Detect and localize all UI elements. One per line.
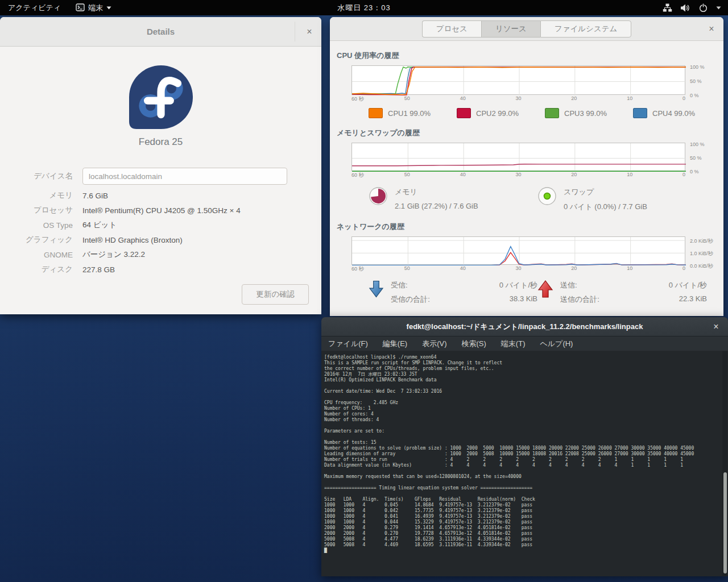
app-menu[interactable]: 端末 — [76, 3, 111, 13]
memory-label: メモリ — [0, 190, 73, 201]
gnome-row: GNOME バージョン 3.22.2 — [0, 247, 321, 262]
swap-info-label: スワップ — [564, 187, 647, 197]
legend-label: CPU2 99.0% — [476, 109, 519, 118]
network-wired-icon — [663, 3, 672, 13]
terminal-menu-item[interactable]: ヘルプ(H) — [540, 339, 573, 349]
os-type-value: 64 ビット — [82, 220, 321, 230]
terminal-scrollbar[interactable] — [722, 351, 727, 576]
app-menu-label: 端末 — [88, 3, 103, 13]
legend-swatch — [457, 108, 471, 118]
gnome-label: GNOME — [0, 251, 73, 259]
terminal-headerbar[interactable]: fedkt@localhost:~/ドキュメント/linpack_11.2.2/… — [321, 317, 728, 336]
terminal-output: [fedkt@localhost linpack]$ ./runme_xeon6… — [321, 351, 728, 554]
sysmon-body: CPU 使用率の履歴 100 %50 %0 % 60 秒50403020100 … — [330, 51, 723, 305]
network-chart-block: 2.0 KiB/秒1.0 KiB/秒0.0 KiB/秒 60 秒50403020… — [351, 236, 715, 272]
terminal-menu-item[interactable]: 編集(E) — [383, 339, 407, 349]
recv-value: 0 バイト/秒 — [458, 280, 537, 290]
scrollbar-thumb[interactable] — [723, 472, 727, 573]
x-axis-label: 60 秒 — [351, 95, 364, 103]
os-type-row: OS Type 64 ビット — [0, 218, 321, 232]
chevron-down-icon — [106, 6, 111, 10]
cpu-legend: CPU1 99.0%CPU2 99.0%CPU3 99.0%CPU4 99.0% — [369, 108, 723, 118]
processor-value: Intel® Pentium(R) CPU J4205 @ 1.50GHz × … — [82, 206, 321, 215]
y-axis-label: 1.0 KiB/秒 — [690, 250, 713, 257]
memory-chart-xlabels: 60 秒50403020100 — [351, 171, 685, 178]
network-receive-info: 受信: 0 バイト/秒 受信の合計: 38.3 KiB — [369, 279, 537, 305]
disk-row: ディスク 227.8 GB — [0, 262, 321, 277]
tab-filesystems[interactable]: ファイルシステム — [540, 20, 632, 38]
legend-swatch — [545, 108, 559, 118]
fedora-logo — [129, 65, 193, 129]
y-axis-label: 0.0 KiB/秒 — [690, 263, 713, 270]
cpu-chart-block: 100 %50 %0 % 60 秒50403020100 — [351, 65, 715, 102]
x-axis-label: 20 — [571, 265, 577, 271]
terminal-menubar: ファイル(F)編集(E)表示(V)検索(S)端末(T)ヘルプ(H) — [321, 336, 728, 351]
network-history-title: ネットワークの履歴 — [337, 222, 723, 232]
x-axis-label: 10 — [627, 95, 632, 101]
settings-details-window: Details × Fedora 25 デバイス名 メモリ 7.6 G — [0, 17, 321, 314]
terminal-menu-item[interactable]: 検索(S) — [462, 339, 486, 349]
x-axis-label: 30 — [515, 265, 521, 271]
swap-info-value: 0 バイト (0.0%) / 7.7 GiB — [564, 202, 647, 212]
terminal-content: [fedkt@localhost linpack]$ ./runme_xeon6… — [321, 351, 728, 576]
y-axis-label: 50 % — [690, 78, 702, 84]
close-button[interactable]: × — [300, 17, 319, 46]
memory-info-label: メモリ — [395, 187, 478, 197]
legend-swatch — [369, 108, 383, 118]
memory-pie-icon — [369, 186, 388, 206]
memory-row: メモリ 7.6 GiB — [0, 188, 321, 203]
network-chart — [351, 236, 685, 265]
recv-total-label: 受信の合計: — [391, 294, 458, 305]
memory-history-title: メモリとスワップの履歴 — [337, 128, 723, 138]
send-value: 0 バイト/秒 — [627, 280, 707, 290]
memory-info: メモリ 2.1 GiB (27.2%) / 7.6 GiB — [369, 186, 537, 212]
upload-arrow-icon — [537, 279, 553, 300]
processor-label: プロセッサ — [0, 205, 73, 215]
x-axis-label: 20 — [571, 95, 577, 101]
recv-label: 受信: — [391, 280, 458, 290]
x-axis-label: 0 — [682, 265, 685, 271]
x-axis-label: 10 — [627, 265, 632, 271]
check-updates-button[interactable]: 更新の確認 — [242, 284, 309, 305]
y-axis-label: 0 % — [690, 169, 699, 174]
terminal-icon — [76, 3, 85, 12]
tab-resources[interactable]: リソース — [481, 20, 540, 38]
x-axis-label: 50 — [404, 95, 410, 101]
x-axis-label: 20 — [571, 172, 577, 177]
system-status-area[interactable] — [663, 3, 728, 13]
x-axis-label: 10 — [627, 172, 632, 177]
disk-value: 227.8 GB — [82, 265, 321, 274]
y-axis-label: 0 % — [690, 93, 699, 98]
memory-info-value: 2.1 GiB (27.2%) / 7.6 GiB — [395, 202, 478, 210]
terminal-menu-item[interactable]: 端末(T) — [501, 339, 526, 349]
system-monitor-window: プロセス リソース ファイルシステム × CPU 使用率の履歴 100 %50 … — [330, 17, 723, 316]
terminal-menu-item[interactable]: 表示(V) — [422, 339, 446, 349]
swap-info: スワップ 0 バイト (0.0%) / 7.7 GiB — [537, 186, 723, 212]
cpu-chart-xlabels: 60 秒50403020100 — [351, 95, 685, 102]
download-arrow-icon — [369, 279, 384, 300]
sysmon-headerbar[interactable]: プロセス リソース ファイルシステム × — [330, 17, 723, 41]
details-headerbar[interactable]: Details × — [0, 17, 321, 47]
terminal-title: fedkt@localhost:~/ドキュメント/linpack_11.2.2/… — [321, 322, 728, 332]
legend-label: CPU1 99.0% — [388, 109, 431, 118]
sysmon-tabs: プロセス リソース ファイルシステム — [422, 20, 632, 38]
graphics-value: Intel® HD Graphics (Broxton) — [82, 236, 321, 244]
headerbar-separator — [295, 22, 295, 41]
memory-chart-block: 100 %50 %0 % 60 秒50403020100 — [351, 143, 715, 178]
x-axis-label: 0 — [682, 95, 685, 101]
close-button[interactable]: × — [706, 317, 726, 336]
terminal-window: fedkt@localhost:~/ドキュメント/linpack_11.2.2/… — [321, 317, 728, 576]
cpu-legend-item: CPU1 99.0% — [369, 108, 457, 118]
device-name-input[interactable] — [82, 168, 287, 185]
network-chart-xlabels: 60 秒50403020100 — [351, 265, 685, 272]
activities-button[interactable]: アクティビティ — [6, 3, 63, 13]
memory-chart — [351, 143, 685, 171]
tab-processes[interactable]: プロセス — [422, 20, 481, 38]
graphics-label: グラフィック — [0, 235, 73, 245]
close-button[interactable]: × — [702, 17, 721, 40]
swap-pie-icon — [537, 186, 557, 206]
volume-icon — [680, 3, 690, 13]
details-body: Fedora 25 デバイス名 メモリ 7.6 GiB プロセッサ Intel®… — [0, 47, 321, 314]
terminal-menu-item[interactable]: ファイル(F) — [328, 339, 368, 349]
clock[interactable]: 水曜日 23：03 — [337, 3, 391, 13]
